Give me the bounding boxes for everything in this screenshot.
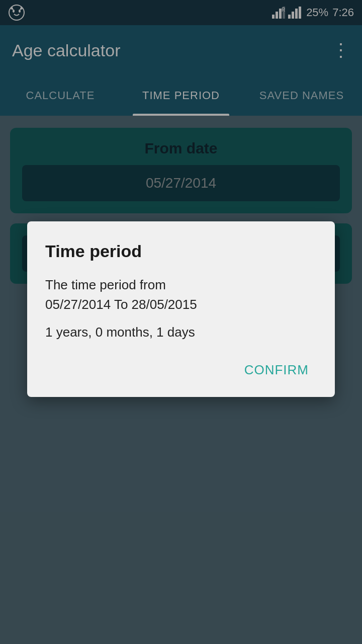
- dialog-actions: CONFIRM: [45, 358, 317, 382]
- confirm-button[interactable]: CONFIRM: [236, 358, 317, 382]
- dialog-title: Time period: [45, 242, 317, 261]
- dialog-result: 1 years, 0 months, 1 days: [45, 325, 317, 340]
- dialog-body: The time period from 05/27/2014 To 28/05…: [45, 275, 317, 314]
- time-period-dialog: Time period The time period from 05/27/2…: [27, 221, 335, 397]
